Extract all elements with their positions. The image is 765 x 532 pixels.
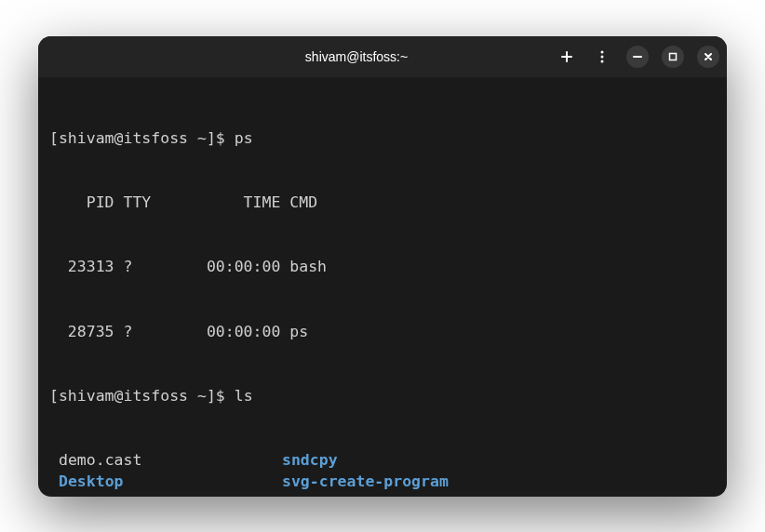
svg-point-0 <box>601 50 604 53</box>
svg-point-2 <box>601 60 604 62</box>
ps-row: 28735 ? 00:00:00 ps <box>49 321 716 342</box>
ls-item: Templates <box>282 492 716 496</box>
ls-item: svg-create-program <box>282 471 716 492</box>
prompt-line-ls: [shivam@itsfoss ~]$ ls <box>49 385 716 406</box>
svg-rect-3 <box>670 53 677 60</box>
ls-row: DocumentsTemplates <box>49 492 716 496</box>
ps-header: PID TTY TIME CMD <box>49 192 716 213</box>
ps-row: 23313 ? 00:00:00 bash <box>49 256 716 277</box>
close-icon <box>704 52 713 61</box>
titlebar: shivam@itsfoss:~ <box>38 36 727 77</box>
terminal-body[interactable]: [shivam@itsfoss ~]$ ps PID TTY TIME CMD … <box>38 77 727 497</box>
minimize-button[interactable] <box>626 46 649 68</box>
maximize-button[interactable] <box>662 46 684 68</box>
new-tab-button[interactable] <box>556 46 578 68</box>
ls-item: sndcpy <box>282 449 716 471</box>
ls-row: demo.castsndcpy <box>49 449 716 471</box>
close-button[interactable] <box>697 46 719 68</box>
ls-item: demo.cast <box>49 449 282 471</box>
ls-item: Desktop <box>49 471 282 492</box>
ls-row: Desktopsvg-create-program <box>49 471 716 492</box>
prompt-line-ps: [shivam@itsfoss ~]$ ps <box>49 127 716 149</box>
ls-item: Documents <box>49 492 282 496</box>
window-title: shivam@itsfoss:~ <box>157 49 556 64</box>
maximize-icon <box>668 52 678 61</box>
plus-icon <box>559 49 574 64</box>
titlebar-controls <box>556 46 719 68</box>
svg-point-1 <box>601 55 604 58</box>
command-ls: ls <box>235 387 253 405</box>
menu-button[interactable] <box>591 46 613 68</box>
kebab-menu-icon <box>595 49 610 64</box>
command-ps: ps <box>235 129 253 147</box>
ls-output: demo.castsndcpyDesktopsvg-create-program… <box>49 449 716 496</box>
minimize-icon <box>633 52 642 61</box>
terminal-window: shivam@itsfoss:~ [shivam@itsfoss ~]$ ps … <box>38 36 727 497</box>
